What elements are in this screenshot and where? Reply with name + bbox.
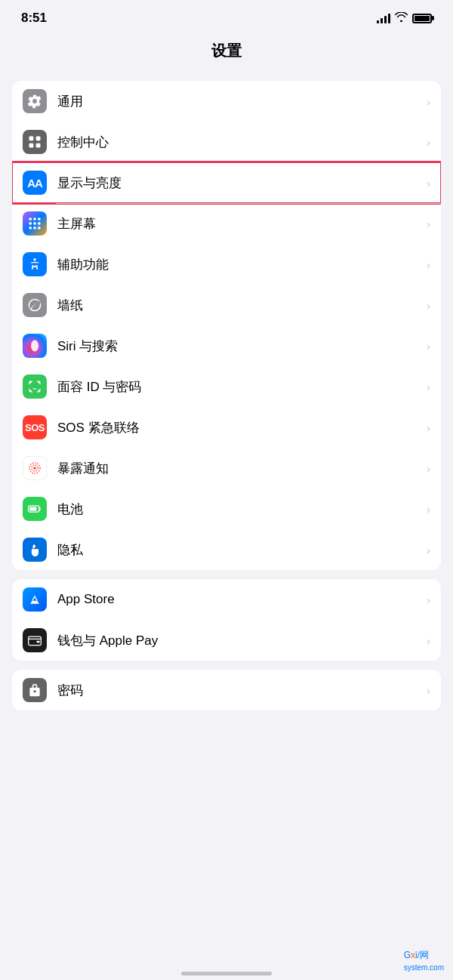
row-app-store[interactable]: App Store › [12,579,441,620]
chevron-home-screen: › [427,217,430,230]
svg-rect-1 [36,137,41,141]
chevron-exposure: › [427,462,430,475]
label-sos: SOS 紧急联络 [57,419,422,436]
row-face-id[interactable]: 面容 ID 与密码 › [12,366,441,407]
section-apps: App Store › 钱包与 Apple Pay › [12,579,441,661]
icon-accessibility [23,252,47,276]
chevron-privacy: › [427,544,430,556]
icon-home-screen [23,211,47,236]
row-accessibility[interactable]: 辅助功能 › [12,244,441,285]
label-siri: Siri 与搜索 [57,337,422,355]
row-general[interactable]: 通用 › [12,81,441,122]
row-sos[interactable]: SOS SOS 紧急联络 › [12,407,441,448]
label-exposure: 暴露通知 [57,460,422,477]
svg-rect-10 [29,227,32,229]
wifi-icon [395,12,408,24]
signal-icon [377,13,390,23]
icon-exposure [23,456,47,480]
chevron-app-store: › [427,593,430,606]
chevron-siri: › [427,340,430,353]
svg-rect-2 [29,143,34,148]
icon-password [23,678,47,702]
label-password: 密码 [57,682,422,699]
svg-rect-11 [33,227,35,229]
svg-rect-7 [29,222,32,224]
svg-rect-19 [29,507,36,511]
section-password: 密码 › [12,670,441,710]
icon-privacy [23,538,47,562]
icon-wallet [23,628,47,652]
label-general: 通用 [57,93,422,110]
status-icons [377,12,432,24]
svg-rect-4 [29,218,32,220]
icon-battery [23,497,47,521]
svg-rect-9 [38,222,40,224]
svg-point-14 [31,341,39,352]
home-indicator [181,972,272,975]
svg-rect-3 [36,143,41,148]
chevron-face-id: › [427,381,430,393]
icon-siri [23,334,47,358]
row-wallpaper[interactable]: 墙纸 › [12,285,441,325]
icon-face-id [23,374,47,399]
icon-app-store [23,587,47,612]
icon-sos: SOS [23,415,47,439]
row-home-screen[interactable]: 主屏幕 › [12,203,441,244]
status-time: 8:51 [21,11,47,26]
chevron-wallpaper: › [427,299,430,312]
chevron-wallet: › [427,634,430,647]
row-exposure[interactable]: 暴露通知 › [12,448,441,488]
chevron-sos: › [427,421,430,434]
label-display: 显示与亮度 [57,174,422,192]
svg-rect-8 [33,222,35,224]
page-title: 设置 [211,42,242,59]
chevron-control-center: › [427,136,430,149]
icon-control-center [23,130,47,154]
label-privacy: 隐私 [57,541,422,559]
chevron-battery: › [427,503,430,516]
icon-general [23,89,47,113]
svg-rect-0 [29,137,34,141]
label-battery: 电池 [57,501,422,518]
label-home-screen: 主屏幕 [57,215,422,233]
svg-rect-5 [33,218,35,220]
svg-rect-6 [38,218,40,220]
label-accessibility: 辅助功能 [57,256,422,273]
chevron-display: › [427,177,430,190]
row-wallet[interactable]: 钱包与 Apple Pay › [12,620,441,661]
row-privacy[interactable]: 隐私 › [12,529,441,570]
chevron-general: › [427,95,430,108]
row-battery[interactable]: 电池 › [12,488,441,529]
chevron-accessibility: › [427,258,430,271]
icon-wallpaper [23,293,47,317]
row-display[interactable]: AA 显示与亮度 › [12,162,441,203]
svg-rect-12 [38,227,40,229]
label-wallet: 钱包与 Apple Pay [57,632,422,649]
watermark: Gxi/网 system.com [404,949,444,972]
section-main: 通用 › 控制中心 › AA 显示与亮度 › 主屏幕 › 辅助功能 › 墙纸 [12,81,441,570]
label-control-center: 控制中心 [57,134,422,151]
icon-display: AA [23,171,47,195]
svg-point-15 [33,467,35,469]
row-control-center[interactable]: 控制中心 › [12,122,441,162]
svg-point-13 [33,258,35,260]
row-password[interactable]: 密码 › [12,670,441,710]
chevron-password: › [427,684,430,697]
svg-rect-21 [37,641,40,643]
label-face-id: 面容 ID 与密码 [57,378,422,396]
battery-icon [412,14,432,23]
label-wallpaper: 墙纸 [57,297,422,314]
row-siri[interactable]: Siri 与搜索 › [12,325,441,366]
status-bar: 8:51 [0,0,453,32]
page-title-bar: 设置 [0,32,453,72]
label-app-store: App Store [57,592,422,607]
